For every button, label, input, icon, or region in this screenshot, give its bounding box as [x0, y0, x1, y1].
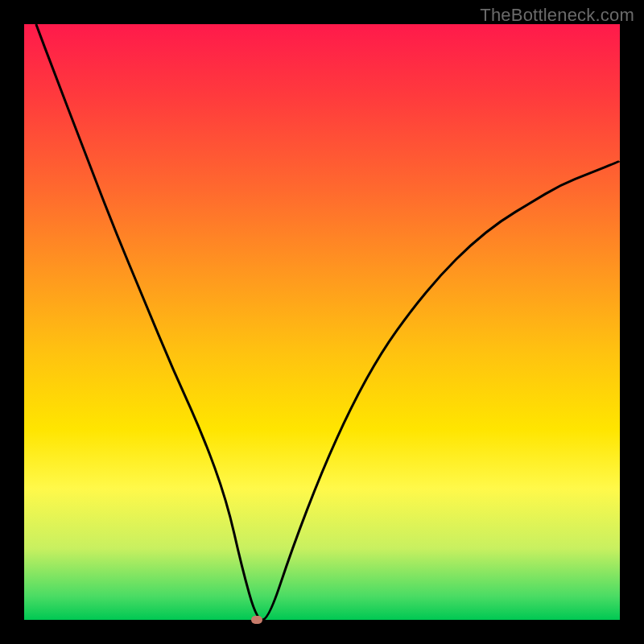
chart-frame: TheBottleneck.com [0, 0, 644, 644]
watermark-text: TheBottleneck.com [480, 5, 634, 26]
bottleneck-curve [36, 24, 620, 620]
plot-area [24, 24, 620, 620]
minimum-marker [251, 616, 262, 624]
curve-svg [24, 24, 620, 620]
